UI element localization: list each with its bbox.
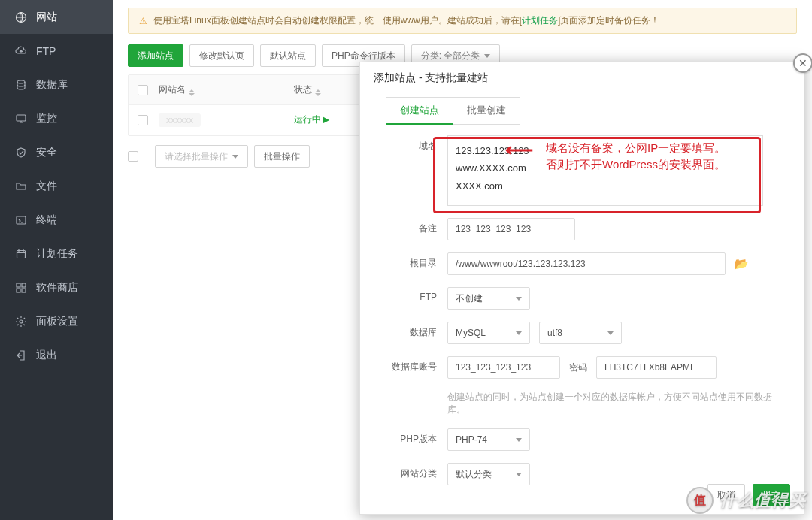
modal-title: 添加站点 - 支持批量建站 [360,62,804,92]
sidebar-item-settings[interactable]: 面板设置 [0,304,113,338]
col-name[interactable]: 网站名 [159,83,294,96]
sidebar-item-label: 数据库 [36,78,68,92]
label-ftp: FTP [386,287,447,302]
close-icon: ✕ [798,57,807,69]
close-button[interactable]: ✕ [793,53,812,73]
sidebar-item-label: FTP [36,45,56,57]
batch-select[interactable]: 请选择批量操作 [155,145,248,168]
php-select[interactable]: PHP-74 [447,428,530,451]
modal-form: 域名 123.123.123.123 www.XXXX.com XXXX.com… [360,125,804,512]
folder-icon [15,180,27,192]
chevron-down-icon [607,331,614,335]
svg-rect-4 [17,250,26,258]
chevron-down-icon [516,438,522,442]
monitor-icon [15,113,27,125]
sidebar-item-label: 计划任务 [36,247,78,261]
cloud-up-icon [15,45,27,57]
calendar-icon [15,248,27,260]
col-status[interactable]: 状态 [294,83,369,96]
sidebar-item-label: 文件 [36,180,57,193]
database-icon [15,79,27,91]
chevron-down-icon [516,331,522,335]
sidebar-item-label: 监控 [36,112,57,125]
batch-action-button[interactable]: 批量操作 [254,145,310,168]
apps-icon [15,282,27,294]
checkbox-row[interactable] [138,115,148,125]
sidebar-item-label: 退出 [36,349,57,362]
checkbox-batch[interactable] [128,151,138,162]
chevron-down-icon [232,155,238,159]
add-site-modal: ✕ 添加站点 - 支持批量建站 创建站点 批量创建 域名 123.123.123… [359,62,804,515]
sidebar-item-label: 面板设置 [36,315,78,328]
ftp-select[interactable]: 不创建 [447,287,530,310]
sidebar-item-terminal[interactable]: 终端 [0,203,113,237]
sidebar-item-logout[interactable]: 退出 [0,338,113,372]
charset-select[interactable]: utf8 [539,322,622,344]
tab-create-site[interactable]: 创建站点 [386,98,453,125]
svg-rect-2 [17,115,26,121]
sidebar-item-label: 软件商店 [36,281,78,295]
label-cat: 网站分类 [386,463,447,480]
annotation-arrow-icon: ⟵ [505,138,533,162]
remark-input[interactable] [447,218,575,240]
annotation-note: 域名没有备案，公网IP一定要填写。否则打不开WordPress的安装界面。 [546,140,726,173]
tab-batch-create[interactable]: 批量创建 [453,98,520,124]
add-site-button[interactable]: 添加站点 [128,44,183,67]
svg-point-9 [20,320,23,323]
play-icon: ▶ [323,114,329,125]
tip-banner: ⚠ 使用宝塔Linux面板创建站点时会自动创建权限配置，统一使用www用户。建站… [128,8,797,34]
label-root: 根目录 [386,252,447,270]
label-domain: 域名 [386,135,447,153]
svg-rect-6 [22,283,26,287]
db-hint: 创建站点的同时，为站点创建一个对应的数据库帐户，方便不同站点使用不同数据库。 [447,391,778,416]
site-name[interactable]: xxxxxx [159,113,201,127]
label-remark: 备注 [386,218,447,235]
watermark-text: 什么值得买 [720,489,806,512]
svg-rect-7 [17,289,20,292]
sidebar-item-database[interactable]: 数据库 [0,68,113,101]
sidebar-item-cron[interactable]: 计划任务 [0,237,113,271]
sidebar-item-security[interactable]: 安全 [0,135,113,169]
chevron-down-icon [516,473,522,476]
shield-icon [15,147,27,159]
label-pwd: 密码 [569,361,587,374]
tip-link[interactable]: 计划任务 [522,15,558,26]
watermark-badge: 值 [686,487,714,514]
watermark: 值 什么值得买 [686,487,806,514]
label-php: PHP版本 [386,428,447,446]
logout-icon [15,349,27,361]
label-db: 数据库 [386,322,447,339]
checkbox-all[interactable] [138,85,148,95]
sidebar-item-site[interactable]: 网站 [0,0,113,34]
modify-default-button[interactable]: 修改默认页 [189,44,254,67]
root-input[interactable] [447,252,726,275]
svg-point-1 [17,80,25,83]
chevron-down-icon [516,297,522,301]
site-status[interactable]: 运行中▶ [294,113,369,126]
globe-icon [15,11,27,23]
label-dbacc: 数据库账号 [386,356,447,373]
svg-rect-8 [22,289,26,292]
default-site-button[interactable]: 默认站点 [260,44,316,67]
modal-tabs: 创建站点 批量创建 [386,97,520,125]
db-select[interactable]: MySQL [447,322,530,344]
dbpwd-input[interactable] [596,356,717,379]
sidebar-item-file[interactable]: 文件 [0,169,113,203]
tip-text: 使用宝塔Linux面板创建站点时会自动创建权限配置，统一使用www用户。建站成功… [153,14,659,27]
gear-icon [15,316,27,328]
sidebar-item-monitor[interactable]: 监控 [0,101,113,135]
dbacc-input[interactable] [447,356,560,379]
sidebar-item-appstore[interactable]: 软件商店 [0,271,113,304]
terminal-icon [15,214,27,226]
svg-rect-5 [17,283,20,287]
sidebar-item-label: 安全 [36,146,57,159]
category-select[interactable]: 默认分类 [447,463,530,485]
folder-open-icon[interactable]: 📂 [735,257,749,271]
warning-icon: ⚠ [139,16,147,26]
sidebar-item-label: 网站 [36,11,57,24]
sidebar-item-ftp[interactable]: FTP [0,34,113,68]
sidebar: 网站 FTP 数据库 监控 安全 文件 终端 计划任务 [0,0,113,520]
chevron-down-icon [484,54,490,58]
sidebar-item-label: 终端 [36,213,57,227]
